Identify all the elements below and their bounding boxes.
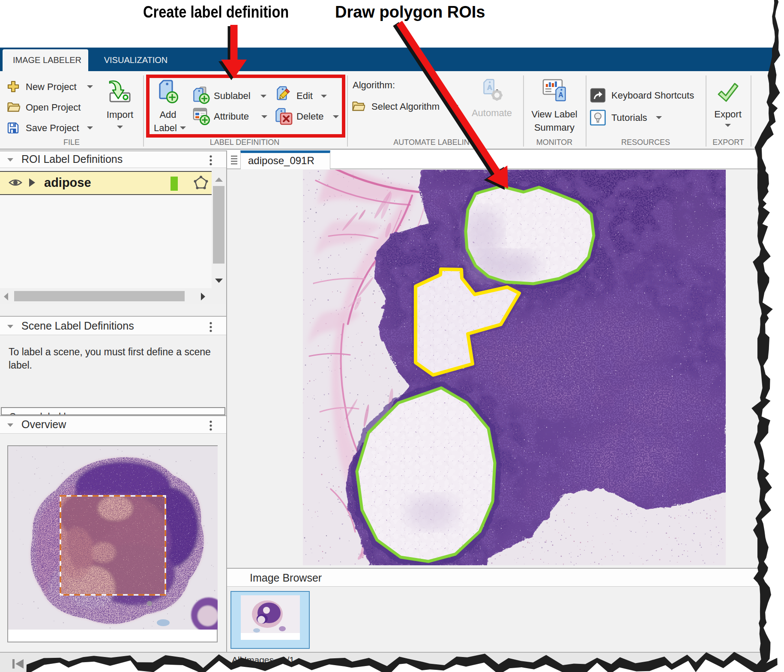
svg-text:A: A	[558, 91, 563, 99]
svg-text:A: A	[487, 84, 492, 92]
